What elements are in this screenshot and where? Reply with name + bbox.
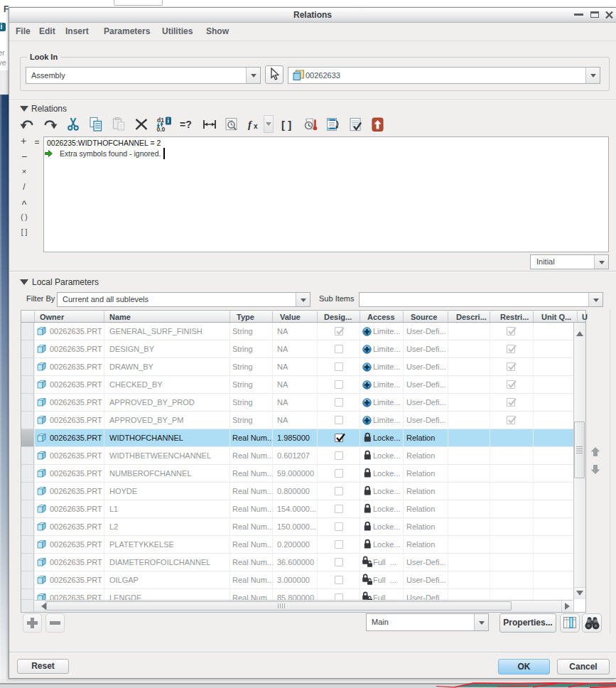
svg-text:i: i <box>167 117 168 124</box>
svg-text:0.0: 0.0 <box>157 126 166 132</box>
svg-text:d1: d1 <box>157 117 164 124</box>
svg-text:f: f <box>248 119 253 130</box>
svg-text:x: x <box>254 122 258 130</box>
svg-text:=?: =? <box>180 119 192 130</box>
svg-text:[ ]: [ ] <box>281 119 291 131</box>
